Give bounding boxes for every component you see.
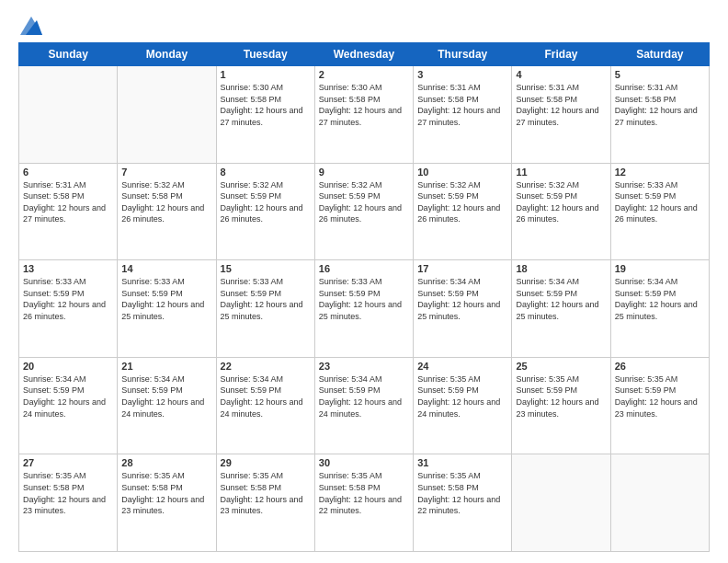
day-info: Sunrise: 5:32 AMSunset: 5:59 PMDaylight:…	[319, 179, 409, 225]
day-number: 28	[121, 457, 211, 468]
calendar-cell: 5Sunrise: 5:31 AMSunset: 5:58 PMDaylight…	[610, 66, 709, 164]
day-number: 23	[319, 361, 409, 372]
day-info: Sunrise: 5:34 AMSunset: 5:59 PMDaylight:…	[221, 373, 311, 419]
day-info: Sunrise: 5:32 AMSunset: 5:59 PMDaylight:…	[221, 179, 311, 225]
day-number: 20	[23, 361, 113, 372]
calendar-cell: 23Sunrise: 5:34 AMSunset: 5:59 PMDayligh…	[314, 357, 413, 454]
weekday-header-row: SundayMondayTuesdayWednesdayThursdayFrid…	[19, 43, 710, 66]
calendar-cell: 17Sunrise: 5:34 AMSunset: 5:59 PMDayligh…	[414, 260, 512, 358]
calendar-cell: 3Sunrise: 5:31 AMSunset: 5:58 PMDaylight…	[414, 66, 512, 164]
calendar-cell: 1Sunrise: 5:30 AMSunset: 5:58 PMDaylight…	[216, 66, 314, 164]
day-number: 8	[221, 167, 311, 178]
day-number: 16	[319, 263, 409, 274]
day-info: Sunrise: 5:33 AMSunset: 5:59 PMDaylight:…	[23, 276, 113, 322]
day-info: Sunrise: 5:35 AMSunset: 5:59 PMDaylight:…	[516, 373, 606, 419]
day-info: Sunrise: 5:33 AMSunset: 5:59 PMDaylight:…	[221, 276, 311, 322]
day-number: 7	[121, 167, 211, 178]
day-number: 26	[615, 361, 705, 372]
calendar-cell: 20Sunrise: 5:34 AMSunset: 5:59 PMDayligh…	[19, 357, 118, 454]
day-info: Sunrise: 5:35 AMSunset: 5:58 PMDaylight:…	[319, 470, 409, 516]
calendar-cell: 15Sunrise: 5:33 AMSunset: 5:59 PMDayligh…	[216, 260, 314, 358]
calendar-cell: 13Sunrise: 5:33 AMSunset: 5:59 PMDayligh…	[19, 260, 118, 358]
day-number: 1	[221, 69, 311, 80]
calendar-cell: 24Sunrise: 5:35 AMSunset: 5:59 PMDayligh…	[414, 357, 512, 454]
day-info: Sunrise: 5:34 AMSunset: 5:59 PMDaylight:…	[417, 276, 507, 322]
calendar-cell: 26Sunrise: 5:35 AMSunset: 5:59 PMDayligh…	[610, 357, 709, 454]
calendar-week-row: 6Sunrise: 5:31 AMSunset: 5:58 PMDaylight…	[19, 163, 710, 260]
calendar-cell	[19, 66, 118, 164]
day-info: Sunrise: 5:33 AMSunset: 5:59 PMDaylight:…	[615, 179, 705, 225]
day-number: 4	[516, 69, 606, 80]
day-number: 9	[319, 167, 409, 178]
calendar-week-row: 27Sunrise: 5:35 AMSunset: 5:58 PMDayligh…	[19, 454, 710, 552]
weekday-header-monday: Monday	[118, 43, 216, 66]
day-info: Sunrise: 5:30 AMSunset: 5:58 PMDaylight:…	[221, 82, 311, 128]
calendar-cell: 21Sunrise: 5:34 AMSunset: 5:59 PMDayligh…	[118, 357, 216, 454]
day-number: 25	[516, 361, 606, 372]
calendar-cell: 11Sunrise: 5:32 AMSunset: 5:59 PMDayligh…	[512, 163, 610, 260]
day-number: 29	[221, 457, 311, 468]
day-info: Sunrise: 5:32 AMSunset: 5:59 PMDaylight:…	[516, 179, 606, 225]
day-number: 2	[319, 69, 409, 80]
day-info: Sunrise: 5:31 AMSunset: 5:58 PMDaylight:…	[615, 82, 705, 128]
calendar-cell	[118, 66, 216, 164]
day-number: 6	[23, 167, 113, 178]
calendar-cell: 8Sunrise: 5:32 AMSunset: 5:59 PMDaylight…	[216, 163, 314, 260]
calendar-cell: 2Sunrise: 5:30 AMSunset: 5:58 PMDaylight…	[314, 66, 413, 164]
calendar-cell: 4Sunrise: 5:31 AMSunset: 5:58 PMDaylight…	[512, 66, 610, 164]
logo	[18, 15, 42, 35]
calendar-cell: 14Sunrise: 5:33 AMSunset: 5:59 PMDayligh…	[118, 260, 216, 358]
day-number: 13	[23, 263, 113, 274]
day-info: Sunrise: 5:35 AMSunset: 5:58 PMDaylight:…	[23, 470, 113, 516]
day-info: Sunrise: 5:33 AMSunset: 5:59 PMDaylight:…	[319, 276, 409, 322]
day-number: 5	[615, 69, 705, 80]
day-info: Sunrise: 5:34 AMSunset: 5:59 PMDaylight:…	[121, 373, 211, 419]
weekday-header-wednesday: Wednesday	[314, 43, 413, 66]
day-number: 27	[23, 457, 113, 468]
calendar-cell: 7Sunrise: 5:32 AMSunset: 5:58 PMDaylight…	[118, 163, 216, 260]
day-number: 24	[417, 361, 507, 372]
calendar-cell: 12Sunrise: 5:33 AMSunset: 5:59 PMDayligh…	[610, 163, 709, 260]
calendar-cell: 31Sunrise: 5:35 AMSunset: 5:58 PMDayligh…	[414, 454, 512, 552]
day-number: 12	[615, 167, 705, 178]
weekday-header-saturday: Saturday	[610, 43, 709, 66]
calendar-cell: 18Sunrise: 5:34 AMSunset: 5:59 PMDayligh…	[512, 260, 610, 358]
day-info: Sunrise: 5:32 AMSunset: 5:58 PMDaylight:…	[121, 179, 211, 225]
day-number: 15	[221, 263, 311, 274]
day-info: Sunrise: 5:34 AMSunset: 5:59 PMDaylight:…	[23, 373, 113, 419]
calendar-week-row: 13Sunrise: 5:33 AMSunset: 5:59 PMDayligh…	[19, 260, 710, 358]
day-info: Sunrise: 5:35 AMSunset: 5:59 PMDaylight:…	[417, 373, 507, 419]
day-info: Sunrise: 5:30 AMSunset: 5:58 PMDaylight:…	[319, 82, 409, 128]
calendar-week-row: 1Sunrise: 5:30 AMSunset: 5:58 PMDaylight…	[19, 66, 710, 164]
day-info: Sunrise: 5:35 AMSunset: 5:58 PMDaylight:…	[221, 470, 311, 516]
weekday-header-tuesday: Tuesday	[216, 43, 314, 66]
day-number: 10	[417, 167, 507, 178]
day-number: 22	[221, 361, 311, 372]
day-number: 30	[319, 457, 409, 468]
day-info: Sunrise: 5:35 AMSunset: 5:58 PMDaylight:…	[121, 470, 211, 516]
day-number: 14	[121, 263, 211, 274]
calendar-table: SundayMondayTuesdayWednesdayThursdayFrid…	[18, 42, 710, 552]
calendar-cell	[610, 454, 709, 552]
calendar-cell: 30Sunrise: 5:35 AMSunset: 5:58 PMDayligh…	[314, 454, 413, 552]
day-info: Sunrise: 5:35 AMSunset: 5:58 PMDaylight:…	[417, 470, 507, 516]
day-number: 17	[417, 263, 507, 274]
day-info: Sunrise: 5:34 AMSunset: 5:59 PMDaylight:…	[319, 373, 409, 419]
calendar-cell: 19Sunrise: 5:34 AMSunset: 5:59 PMDayligh…	[610, 260, 709, 358]
day-info: Sunrise: 5:31 AMSunset: 5:58 PMDaylight:…	[516, 82, 606, 128]
day-number: 3	[417, 69, 507, 80]
calendar-cell: 29Sunrise: 5:35 AMSunset: 5:58 PMDayligh…	[216, 454, 314, 552]
day-info: Sunrise: 5:35 AMSunset: 5:59 PMDaylight:…	[615, 373, 705, 419]
calendar-cell: 9Sunrise: 5:32 AMSunset: 5:59 PMDaylight…	[314, 163, 413, 260]
calendar-cell: 28Sunrise: 5:35 AMSunset: 5:58 PMDayligh…	[118, 454, 216, 552]
page: SundayMondayTuesdayWednesdayThursdayFrid…	[0, 0, 728, 563]
calendar-cell: 27Sunrise: 5:35 AMSunset: 5:58 PMDayligh…	[19, 454, 118, 552]
day-info: Sunrise: 5:32 AMSunset: 5:59 PMDaylight:…	[417, 179, 507, 225]
day-info: Sunrise: 5:34 AMSunset: 5:59 PMDaylight:…	[516, 276, 606, 322]
day-info: Sunrise: 5:31 AMSunset: 5:58 PMDaylight:…	[23, 179, 113, 225]
day-number: 21	[121, 361, 211, 372]
calendar-cell: 10Sunrise: 5:32 AMSunset: 5:59 PMDayligh…	[414, 163, 512, 260]
day-info: Sunrise: 5:33 AMSunset: 5:59 PMDaylight:…	[121, 276, 211, 322]
calendar-cell: 22Sunrise: 5:34 AMSunset: 5:59 PMDayligh…	[216, 357, 314, 454]
calendar-cell	[512, 454, 610, 552]
